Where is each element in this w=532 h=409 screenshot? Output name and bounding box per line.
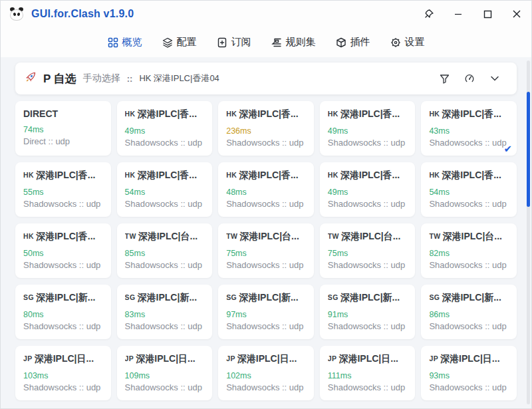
proxy-name: HK深港IPLC|香...	[23, 231, 103, 243]
proxy-region-prefix: JP	[23, 354, 33, 362]
tab-profiles[interactable]: 配置	[162, 36, 197, 49]
proxy-region-prefix: JP	[429, 354, 438, 362]
close-button[interactable]	[502, 1, 531, 27]
profiles-layers-icon	[162, 37, 173, 48]
proxy-region-prefix: TW	[429, 232, 440, 240]
proxy-card[interactable]: SG深港IPLC|新... 91ms Shadowsocks :: udp	[320, 285, 416, 339]
proxy-card[interactable]: HK深港IPLC|香... 48ms Shadowsocks :: udp	[218, 162, 314, 217]
proxy-name: SG深港IPLC|新...	[328, 292, 408, 304]
proxy-delay: 50ms	[23, 249, 103, 258]
proxy-protocol: Shadowsocks :: udp	[23, 382, 103, 392]
proxy-card[interactable]: SG深港IPLC|新... 86ms Shadowsocks :: udp	[421, 285, 517, 339]
proxy-region-prefix: HK	[226, 110, 237, 118]
proxy-card[interactable]: HK深港IPLC|香... 49ms Shadowsocks :: udp	[320, 101, 416, 156]
proxy-region-prefix: TW	[226, 232, 237, 240]
proxy-card[interactable]: HK深港IPLC|香... 236ms Shadowsocks :: udp	[218, 101, 314, 156]
tab-label: 规则集	[286, 36, 316, 49]
proxy-region-prefix: TW	[328, 232, 339, 240]
proxy-card[interactable]: SG深港IPLC|新... 83ms Shadowsocks :: udp	[117, 285, 213, 339]
proxy-grid: DIRECT 74ms Direct :: udp HK深港IPLC|香... …	[15, 101, 517, 400]
proxy-card[interactable]: HK深港IPLC|香... 54ms Shadowsocks :: udp	[421, 162, 517, 217]
proxy-delay: 74ms	[23, 125, 103, 134]
proxy-card[interactable]: SG深港IPLC|新... 97ms Shadowsocks :: udp	[218, 285, 314, 339]
proxy-card[interactable]: HK深港IPLC|香... 54ms Shadowsocks :: udp	[117, 162, 213, 217]
proxy-card[interactable]: TW深港IPLC|台... 85ms Shadowsocks :: udp	[117, 223, 213, 278]
proxy-protocol: Shadowsocks :: udp	[125, 321, 205, 331]
proxy-name: JP深港IPLC|日...	[328, 353, 408, 365]
proxy-card[interactable]: HK深港IPLC|香... 49ms Shadowsocks :: udp	[320, 162, 416, 217]
collapse-chevron-down-icon[interactable]	[482, 73, 507, 84]
proxy-name: TW深港IPLC|台...	[328, 231, 408, 243]
proxy-protocol: Shadowsocks :: udp	[429, 260, 509, 270]
tab-label: 插件	[350, 36, 370, 49]
proxy-name: HK深港IPLC|香...	[328, 170, 408, 182]
proxy-card[interactable]: JP深港IPLC|日... 102ms Shadowsocks :: udp	[218, 346, 314, 400]
tab-overview[interactable]: 概览	[108, 36, 142, 49]
proxy-delay: 102ms	[226, 371, 306, 380]
proxy-group-header[interactable]: P 自选 手动选择 :: HK 深港IPLC|香港04	[15, 63, 517, 94]
tab-settings[interactable]: 设置	[390, 36, 425, 49]
proxy-card[interactable]: HK深港IPLC|香... 49ms Shadowsocks :: udp	[117, 101, 213, 156]
rulesets-icon	[271, 37, 282, 48]
proxy-delay: 54ms	[429, 188, 509, 197]
subscriptions-bookmark-icon	[217, 37, 227, 48]
proxy-delay: 111ms	[328, 371, 408, 380]
group-name: P 自选	[43, 71, 76, 86]
proxy-protocol: Shadowsocks :: udp	[328, 321, 408, 331]
proxy-protocol: Shadowsocks :: udp	[226, 138, 306, 148]
proxy-card[interactable]: JP深港IPLC|日... 93ms Shadowsocks :: udp	[421, 346, 517, 400]
scrollbar-track[interactable]	[527, 61, 530, 404]
proxy-protocol: Shadowsocks :: udp	[328, 199, 408, 209]
scrollbar-thumb[interactable]	[527, 92, 530, 207]
proxy-delay: 103ms	[23, 371, 103, 380]
proxy-delay: 49ms	[328, 188, 408, 197]
tab-plugins[interactable]: 插件	[336, 36, 370, 49]
tab-rulesets[interactable]: 规则集	[271, 36, 316, 49]
overview-grid-icon	[108, 37, 118, 48]
proxy-card[interactable]: JP深港IPLC|日... 111ms Shadowsocks :: udp	[320, 346, 416, 400]
pin-window-icon[interactable]	[414, 1, 444, 27]
proxy-card[interactable]: HK深港IPLC|香... 50ms Shadowsocks :: udp	[15, 223, 111, 278]
proxy-card[interactable]: HK深港IPLC|香... 55ms Shadowsocks :: udp	[15, 162, 111, 217]
proxy-protocol: Shadowsocks :: udp	[226, 321, 306, 331]
proxy-delay: 83ms	[125, 310, 205, 319]
proxy-card[interactable]: TW深港IPLC|台... 75ms Shadowsocks :: udp	[218, 223, 314, 278]
proxy-delay: 82ms	[429, 249, 509, 258]
proxy-card[interactable]: JP深港IPLC|日... 109ms Shadowsocks :: udp	[117, 346, 213, 400]
proxy-region-prefix: HK	[23, 232, 34, 240]
proxy-card[interactable]: JP深港IPLC|日... 103ms Shadowsocks :: udp	[15, 346, 111, 400]
proxy-region-prefix: HK	[328, 171, 338, 179]
minimize-button[interactable]	[444, 1, 473, 27]
proxy-protocol: Shadowsocks :: udp	[429, 199, 509, 209]
proxy-name: SG深港IPLC|新...	[429, 292, 509, 304]
proxy-name: HK深港IPLC|香...	[226, 108, 306, 120]
main-nav: 概览 配置 订阅 规则集 插件 设置	[1, 27, 531, 57]
selected-check-icon: ✔	[503, 143, 512, 155]
proxy-region-prefix: HK	[23, 171, 34, 179]
proxy-delay: 85ms	[125, 249, 205, 258]
maximize-button[interactable]	[473, 1, 502, 27]
group-current-node: HK 深港IPLC|香港04	[139, 72, 219, 84]
tab-subscriptions[interactable]: 订阅	[217, 36, 251, 49]
proxy-protocol: Shadowsocks :: udp	[226, 382, 306, 392]
proxy-delay: 93ms	[429, 371, 509, 380]
speed-test-icon[interactable]	[457, 73, 482, 84]
proxy-region-prefix: SG	[226, 293, 237, 301]
app-title: GUI.for.Clash v1.9.0	[31, 8, 134, 20]
proxy-card[interactable]: DIRECT 74ms Direct :: udp	[15, 101, 111, 156]
app-logo-panda-icon	[9, 7, 25, 21]
proxy-name: HK深港IPLC|香...	[125, 170, 205, 182]
proxy-card[interactable]: SG深港IPLC|新... 80ms Shadowsocks :: udp	[15, 285, 111, 339]
proxy-protocol: Direct :: udp	[23, 136, 103, 146]
proxy-region-prefix: JP	[125, 354, 134, 362]
proxy-protocol: Shadowsocks :: udp	[125, 382, 205, 392]
proxy-card[interactable]: TW深港IPLC|台... 75ms Shadowsocks :: udp	[320, 223, 416, 278]
proxy-protocol: Shadowsocks :: udp	[429, 138, 509, 148]
proxy-card[interactable]: TW深港IPLC|台... 82ms Shadowsocks :: udp	[421, 223, 517, 278]
proxy-region-prefix: SG	[125, 293, 136, 301]
proxy-card[interactable]: HK深港IPLC|香... 43ms Shadowsocks :: udp ✔	[421, 101, 517, 156]
rocket-icon	[25, 71, 38, 86]
proxy-delay: 75ms	[328, 249, 408, 258]
filter-icon[interactable]	[432, 74, 457, 84]
overview-content: P 自选 手动选择 :: HK 深港IPLC|香港04 DIRECT 74ms	[1, 57, 531, 409]
